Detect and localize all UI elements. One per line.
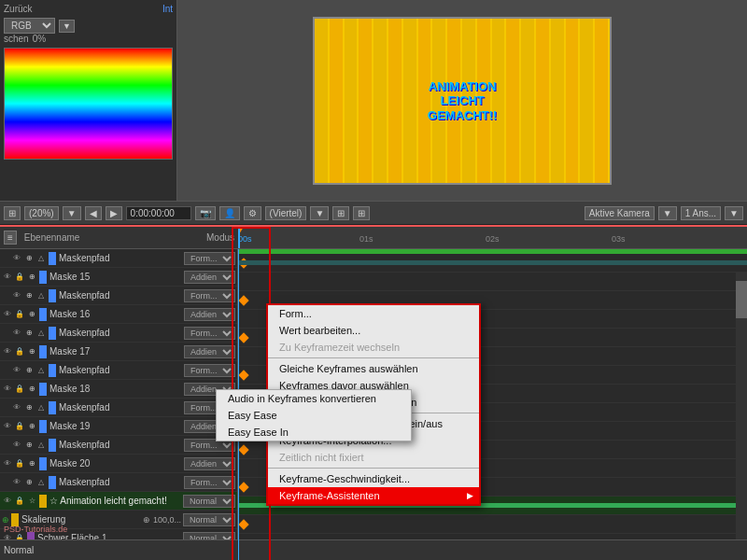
- skalierung-keyframe: [238, 519, 248, 529]
- layer-mode-select[interactable]: Form...: [184, 252, 235, 265]
- link-icon: ⊕: [2, 515, 9, 525]
- layer-mode-select[interactable]: Form...: [184, 476, 235, 489]
- camera-view-display[interactable]: Aktive Kamera: [585, 206, 655, 220]
- menu-item-wert[interactable]: Wert bearbeiten...: [268, 322, 479, 339]
- layer-name[interactable]: Maskenpfad: [59, 328, 182, 338]
- layer-mode-select[interactable]: Addien: [184, 457, 235, 470]
- menu-item-gleiche[interactable]: Gleiche Keyframes auswählen: [268, 360, 479, 377]
- nav-left-btn[interactable]: ◀: [85, 206, 102, 220]
- layer-color: [39, 345, 47, 358]
- layer-name[interactable]: Maskenpfad: [59, 402, 182, 413]
- layer-name[interactable]: Maskenpfad: [59, 477, 182, 487]
- layer-icons: 👁 🔒 ⊕: [2, 309, 37, 320]
- layer-icons: 👁 🔒 ⊕: [2, 346, 37, 357]
- preview-text: ANIMATION LEICHT GEMACHT!!: [428, 78, 497, 122]
- submenu-item-easy-ease-in[interactable]: Easy Ease In: [217, 424, 411, 441]
- quality-dropdown-btn[interactable]: ▼: [310, 206, 329, 220]
- layer-name[interactable]: Maske 15: [49, 272, 182, 282]
- view-option-dropdown[interactable]: ▼: [725, 206, 743, 220]
- scrollbar-thumb[interactable]: [736, 281, 747, 318]
- layer-name[interactable]: Maskenpfad: [59, 290, 182, 301]
- lock-icon[interactable]: 🔒: [14, 272, 25, 283]
- timecode-display[interactable]: 0:00:00:00: [126, 206, 191, 220]
- layer-color: [39, 420, 47, 433]
- eye-icon[interactable]: 👁: [2, 346, 13, 357]
- layer-mode-select[interactable]: Normal: [183, 513, 235, 526]
- settings-btn[interactable]: ⚙: [244, 206, 261, 220]
- mp3-track-bar: [238, 260, 747, 265]
- eye-icon[interactable]: 👁: [2, 458, 13, 469]
- eye-icon[interactable]: 👁: [2, 309, 13, 320]
- submenu-item-easy-ease[interactable]: Easy Ease: [217, 407, 411, 424]
- timeline-scrollbar[interactable]: [736, 272, 747, 560]
- layer-name[interactable]: Maskenpfad: [59, 440, 182, 450]
- timeline-menu-btn[interactable]: ≡: [4, 231, 17, 245]
- dropdown-arrow[interactable]: ▼: [59, 20, 75, 33]
- zoom-btn[interactable]: ▼: [63, 206, 81, 220]
- layer-name[interactable]: Maske 18: [49, 384, 182, 394]
- quality-display[interactable]: (Viertel): [265, 206, 307, 220]
- layer-name[interactable]: Maske 17: [49, 346, 182, 357]
- eye-icon[interactable]: 👁: [11, 402, 22, 413]
- view-option-display[interactable]: 1 Ans...: [681, 206, 721, 220]
- eye-icon[interactable]: 👁: [11, 253, 22, 264]
- lock-icon[interactable]: 🔒: [14, 309, 25, 320]
- person-btn[interactable]: 👤: [219, 206, 240, 220]
- layer-mode-select[interactable]: Addien: [184, 345, 235, 358]
- menu-item-form[interactable]: Form...: [268, 305, 479, 322]
- animation-layer-name[interactable]: ☆ Animation leicht gemacht!: [49, 496, 181, 506]
- grid-btn3[interactable]: ⊞: [353, 206, 370, 220]
- grid-btn2[interactable]: ⊞: [332, 206, 349, 220]
- layer-name[interactable]: Maske 20: [49, 458, 182, 469]
- track-row: [238, 515, 747, 534]
- eye-icon[interactable]: 👁: [2, 421, 13, 432]
- eye-icon[interactable]: 👁: [2, 496, 13, 507]
- keyframe-diamond: [238, 444, 248, 455]
- eye-icon[interactable]: 👁: [11, 440, 22, 451]
- camera-view-dropdown[interactable]: ▼: [658, 206, 677, 220]
- layer-name[interactable]: Skalierung: [21, 514, 141, 525]
- lock-icon[interactable]: 🔒: [14, 384, 25, 395]
- layer-mode-select[interactable]: Addien: [184, 308, 235, 321]
- zoom-display[interactable]: (20%): [24, 206, 59, 220]
- layer-icons: 👁 ⊕ △: [11, 440, 47, 451]
- layer-mode-select[interactable]: Normal: [183, 495, 235, 508]
- eye-icon[interactable]: 👁: [2, 272, 13, 283]
- layer-name[interactable]: Maskenpfad: [59, 253, 182, 263]
- stripe-16: [536, 19, 551, 183]
- eye-icon[interactable]: 👁: [2, 384, 13, 395]
- menu-separator-3: [268, 468, 479, 469]
- layer-type-icon: ⊕: [26, 272, 37, 283]
- eye-icon[interactable]: 👁: [11, 477, 22, 488]
- layer-list: 👁 ⊕ △ Maskenpfad Form... 👁 🔒 ⊕ Maske 15 …: [0, 249, 238, 560]
- color-model-select[interactable]: RGB HSB: [4, 18, 55, 34]
- lock-icon[interactable]: 🔒: [14, 458, 25, 469]
- layer-mode-select[interactable]: Form...: [184, 364, 235, 377]
- eye-icon[interactable]: 👁: [11, 328, 22, 339]
- layer-color: [49, 289, 56, 302]
- int-label[interactable]: Int: [162, 4, 173, 14]
- eye-icon[interactable]: 👁: [11, 365, 22, 376]
- layer-color: [39, 457, 47, 470]
- layer-mode-select[interactable]: Addien: [184, 271, 235, 284]
- stripe-3: [345, 19, 359, 183]
- lock-icon[interactable]: 🔒: [14, 346, 25, 357]
- layer-mode-select[interactable]: Form...: [184, 327, 235, 340]
- layer-type-icon: ⊕: [26, 458, 37, 469]
- menu-item-geschwindigkeit[interactable]: Keyframe-Geschwindigkeit...: [268, 470, 479, 487]
- layer-name[interactable]: Maske 16: [49, 309, 182, 319]
- percent-value[interactable]: 0%: [33, 34, 46, 44]
- color-gradient-bar[interactable]: [4, 48, 173, 160]
- nav-right-btn[interactable]: ▶: [106, 206, 122, 220]
- back-label[interactable]: Zurück: [4, 4, 33, 14]
- eye-icon[interactable]: 👁: [11, 290, 22, 301]
- lock-icon[interactable]: 🔒: [14, 421, 25, 432]
- menu-item-assistenten[interactable]: Keyframe-Assistenten: [268, 487, 479, 504]
- layer-name[interactable]: Maskenpfad: [59, 365, 182, 375]
- lock-icon[interactable]: 🔒: [14, 496, 25, 507]
- layer-mode-select[interactable]: Form...: [184, 289, 235, 302]
- grid-icon-btn[interactable]: ⊞: [4, 206, 21, 220]
- submenu-item-audio[interactable]: Audio in Keyframes konvertieren: [217, 390, 411, 407]
- camera-btn[interactable]: 📷: [195, 206, 216, 220]
- layer-name[interactable]: Maske 19: [49, 421, 182, 431]
